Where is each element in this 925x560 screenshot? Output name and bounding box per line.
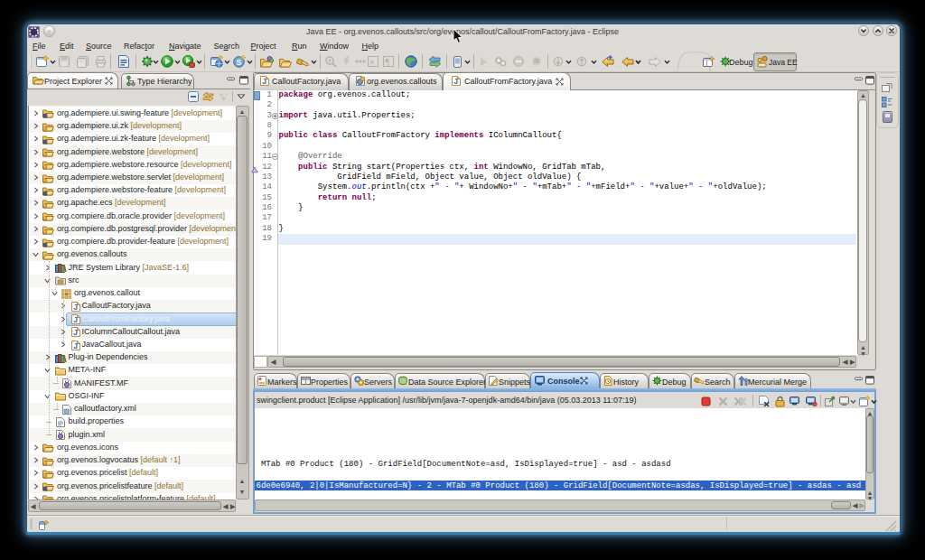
svg-text:S: S	[236, 58, 241, 67]
svg-text:¶: ¶	[386, 57, 390, 67]
svg-text:J: J	[453, 77, 458, 86]
svg-text:J: J	[262, 77, 266, 86]
svg-text:J: J	[73, 303, 78, 312]
svg-text:a: a	[370, 57, 374, 66]
svg-text:J: J	[73, 341, 78, 350]
svg-text:J: J	[73, 328, 78, 337]
svg-text:J: J	[73, 315, 78, 324]
